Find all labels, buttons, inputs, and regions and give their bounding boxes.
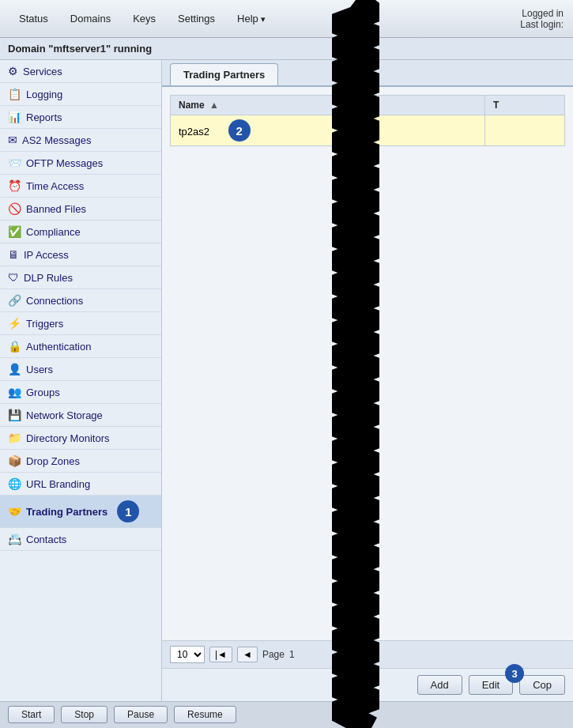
as2-icon: ✉ (8, 134, 17, 146)
reports-icon: 📊 (8, 111, 21, 123)
connections-icon: 🔗 (8, 294, 21, 307)
sidebar-item-reports[interactable]: 📊 Reports (0, 106, 161, 129)
login-info: Logged in Last login: (520, 8, 564, 30)
edit-badge: 3 (505, 664, 524, 683)
sidebar-item-services[interactable]: ⚙ Services (0, 60, 161, 83)
bottom-bar: Start Stop Pause Resume (0, 701, 573, 726)
triggers-icon: ⚡ (8, 317, 21, 330)
table-row[interactable]: tp2as2 2 (171, 115, 565, 146)
sidebar-item-banned-files[interactable]: 🚫 Banned Files (0, 198, 161, 221)
top-nav: Status Domains Keys Settings Help (9, 9, 275, 28)
pause-button[interactable]: Pause (114, 706, 168, 723)
main-layout: ⚙ Services 📋 Logging 📊 Reports ✉ AS2 Mes… (0, 60, 573, 701)
compliance-icon: ✅ (8, 225, 21, 238)
directory-monitors-icon: 📁 (8, 432, 21, 444)
resume-button[interactable]: Resume (174, 706, 236, 723)
dlp-icon: 🛡 (8, 271, 19, 284)
sidebar-item-directory-monitors[interactable]: 📁 Directory Monitors (0, 427, 161, 450)
nav-settings[interactable]: Settings (168, 9, 224, 28)
contacts-icon: 📇 (8, 533, 21, 545)
sidebar-item-time-access[interactable]: ⏰ Time Access (0, 175, 161, 198)
sidebar-item-compliance[interactable]: ✅ Compliance (0, 221, 161, 243)
table-wrapper: Name ▲ T tp2as2 2 (162, 87, 573, 640)
sidebar-item-network-storage[interactable]: 💾 Network Storage (0, 404, 161, 427)
sidebar-item-drop-zones[interactable]: 📦 Drop Zones (0, 450, 161, 473)
sidebar-item-triggers[interactable]: ⚡ Triggers (0, 312, 161, 335)
first-page-btn[interactable]: |◄ (209, 647, 232, 662)
nav-domains[interactable]: Domains (61, 9, 120, 28)
sidebar-item-as2-messages[interactable]: ✉ AS2 Messages (0, 129, 161, 152)
trading-partners-icon: 🤝 (8, 505, 21, 518)
banned-files-icon: 🚫 (8, 202, 21, 215)
logging-icon: 📋 (8, 88, 21, 100)
sidebar-item-users[interactable]: 👤 Users (0, 358, 161, 381)
nav-status[interactable]: Status (9, 9, 58, 28)
sidebar-item-ip-access[interactable]: 🖥 IP Access (0, 243, 161, 266)
col-name[interactable]: Name ▲ (171, 96, 485, 115)
sidebar-item-connections[interactable]: 🔗 Connections (0, 289, 161, 312)
url-branding-icon: 🌐 (8, 477, 21, 490)
nav-keys[interactable]: Keys (123, 9, 165, 28)
trading-partners-table: Name ▲ T tp2as2 2 (170, 95, 565, 146)
sidebar-item-logging[interactable]: 📋 Logging (0, 83, 161, 106)
page-num: 1 (289, 649, 295, 660)
drop-zones-icon: 📦 (8, 455, 21, 467)
sidebar-item-trading-partners[interactable]: 🤝 Trading Partners 1 (0, 496, 161, 528)
row-type-cell (484, 115, 564, 146)
page-label: Page (262, 649, 285, 660)
users-icon: 👤 (8, 363, 21, 375)
sort-arrow-name: ▲ (209, 100, 219, 111)
sidebar-item-groups[interactable]: 👥 Groups (0, 381, 161, 404)
sidebar-item-authentication[interactable]: 🔒 Authentication (0, 335, 161, 358)
row-name-cell: tp2as2 2 (171, 115, 485, 146)
prev-page-btn[interactable]: ◄ (237, 647, 258, 662)
authentication-icon: 🔒 (8, 340, 21, 353)
col-type[interactable]: T (484, 96, 564, 115)
sidebar: ⚙ Services 📋 Logging 📊 Reports ✉ AS2 Mes… (0, 60, 162, 701)
sidebar-item-url-branding[interactable]: 🌐 URL Branding (0, 473, 161, 496)
tab-trading-partners[interactable]: Trading Partners (170, 63, 278, 85)
sidebar-item-contacts[interactable]: 📇 Contacts (0, 528, 161, 551)
groups-icon: 👥 (8, 386, 21, 398)
per-page-select[interactable]: 10 25 50 (170, 646, 205, 663)
stop-button[interactable]: Stop (61, 706, 107, 723)
oftp-icon: 📨 (8, 157, 21, 169)
content-area: Trading Partners Name ▲ T (162, 60, 573, 701)
tab-bar: Trading Partners (162, 60, 573, 87)
network-storage-icon: 💾 (8, 409, 21, 421)
nav-help[interactable]: Help (228, 9, 275, 28)
sidebar-badge: 1 (117, 500, 139, 522)
action-bar: Add Edit 3 Cop (162, 668, 573, 701)
time-access-icon: ⏰ (8, 179, 21, 192)
sidebar-item-dlp-rules[interactable]: 🛡 DLP Rules (0, 266, 161, 289)
domain-header: Domain "mftserver1" running (0, 38, 573, 60)
add-button[interactable]: Add (417, 675, 462, 695)
start-button[interactable]: Start (8, 706, 55, 723)
row-badge: 2 (228, 119, 251, 141)
ip-access-icon: 🖥 (8, 248, 19, 261)
top-bar: Status Domains Keys Settings Help Logged… (0, 0, 573, 38)
sidebar-item-oftp-messages[interactable]: 📨 OFTP Messages (0, 152, 161, 175)
services-icon: ⚙ (8, 65, 18, 77)
copy-button[interactable]: Cop (519, 675, 565, 695)
